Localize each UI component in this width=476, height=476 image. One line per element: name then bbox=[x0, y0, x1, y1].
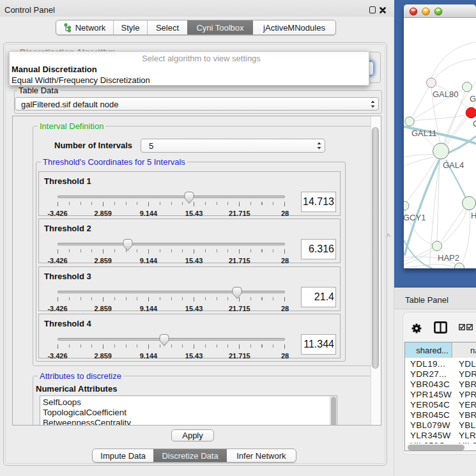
svg-text:HAP2: HAP2 bbox=[438, 253, 459, 263]
svg-text:GAL11: GAL11 bbox=[411, 128, 437, 138]
svg-text:GAL4: GAL4 bbox=[443, 160, 464, 170]
svg-text:GCY1: GCY1 bbox=[404, 213, 426, 222]
svg-text:GAL1: GAL1 bbox=[470, 94, 476, 104]
svg-text:CDC: CDC bbox=[473, 119, 476, 128]
svg-text:GAL80: GAL80 bbox=[433, 89, 458, 99]
svg-text:HAP4: HAP4 bbox=[471, 211, 476, 220]
